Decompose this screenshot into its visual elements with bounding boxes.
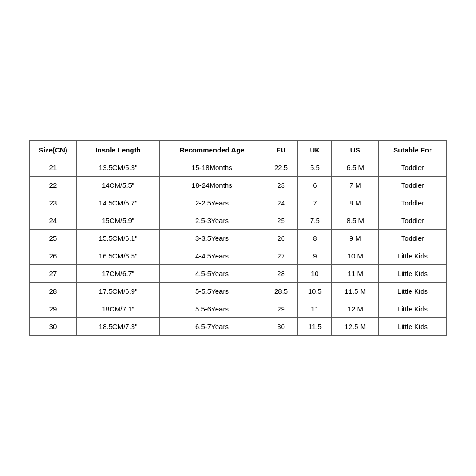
cell-uk: 5.5 [298,159,332,176]
cell-suitable-for: Toddler [379,229,447,247]
cell-us: 10 M [332,247,379,264]
cell-insole-length: 14.5CM/5.7" [76,194,159,212]
table-row: 2415CM/5.9"2.5-3Years257.58.5 MToddler [30,212,447,229]
cell-uk: 10.5 [298,282,332,300]
cell-insole-length: 16.5CM/6.5" [76,247,159,264]
cell-size-cn: 22 [30,176,77,194]
cell-uk: 11.5 [298,317,332,335]
header-recommended-age: Recommended Age [160,141,264,159]
cell-size-cn: 28 [30,282,77,300]
cell-recommended-age: 15-18Months [160,159,264,176]
cell-insole-length: 14CM/5.5" [76,176,159,194]
cell-us: 12 M [332,300,379,317]
cell-insole-length: 15.5CM/6.1" [76,229,159,247]
header-us: US [332,141,379,159]
cell-size-cn: 29 [30,300,77,317]
cell-insole-length: 18.5CM/7.3" [76,317,159,335]
cell-size-cn: 23 [30,194,77,212]
cell-us: 12.5 M [332,317,379,335]
cell-us: 7 M [332,176,379,194]
header-uk: UK [298,141,332,159]
header-eu: EU [264,141,298,159]
cell-eu: 28 [264,264,298,282]
table-row: 2717CM/6.7"4.5-5Years281011 MLittle Kids [30,264,447,282]
cell-insole-length: 18CM/7.1" [76,300,159,317]
table-row: 2515.5CM/6.1"3-3.5Years2689 MToddler [30,229,447,247]
cell-recommended-age: 4.5-5Years [160,264,264,282]
cell-recommended-age: 18-24Months [160,176,264,194]
cell-insole-length: 15CM/5.9" [76,212,159,229]
cell-uk: 10 [298,264,332,282]
cell-suitable-for: Toddler [379,176,447,194]
cell-size-cn: 26 [30,247,77,264]
cell-uk: 7 [298,194,332,212]
cell-size-cn: 25 [30,229,77,247]
cell-us: 8 M [332,194,379,212]
cell-insole-length: 17CM/6.7" [76,264,159,282]
cell-size-cn: 30 [30,317,77,335]
header-insole-length: Insole Length [76,141,159,159]
cell-uk: 11 [298,300,332,317]
table-row: 2918CM/7.1"5.5-6Years291112 MLittle Kids [30,300,447,317]
cell-suitable-for: Little Kids [379,317,447,335]
size-chart-table: Size(CN) Insole Length Recommended Age E… [29,141,447,336]
cell-eu: 25 [264,212,298,229]
table-row: 2817.5CM/6.9"5-5.5Years28.510.511.5 MLit… [30,282,447,300]
cell-recommended-age: 4-4.5Years [160,247,264,264]
cell-size-cn: 27 [30,264,77,282]
header-suitable-for: Sutable For [379,141,447,159]
table-row: 3018.5CM/7.3"6.5-7Years3011.512.5 MLittl… [30,317,447,335]
cell-insole-length: 13.5CM/5.3" [76,159,159,176]
cell-recommended-age: 5.5-6Years [160,300,264,317]
cell-eu: 26 [264,229,298,247]
cell-suitable-for: Toddler [379,159,447,176]
cell-uk: 8 [298,229,332,247]
cell-eu: 24 [264,194,298,212]
cell-suitable-for: Little Kids [379,282,447,300]
table-header-row: Size(CN) Insole Length Recommended Age E… [30,141,447,159]
cell-us: 6.5 M [332,159,379,176]
size-chart-container: Size(CN) Insole Length Recommended Age E… [29,140,447,336]
table-row: 2113.5CM/5.3"15-18Months22.55.56.5 MTodd… [30,159,447,176]
cell-insole-length: 17.5CM/6.9" [76,282,159,300]
cell-size-cn: 21 [30,159,77,176]
cell-eu: 27 [264,247,298,264]
cell-uk: 6 [298,176,332,194]
header-size-cn: Size(CN) [30,141,77,159]
cell-us: 11 M [332,264,379,282]
cell-size-cn: 24 [30,212,77,229]
cell-eu: 22.5 [264,159,298,176]
cell-eu: 23 [264,176,298,194]
cell-us: 9 M [332,229,379,247]
cell-suitable-for: Little Kids [379,247,447,264]
cell-eu: 28.5 [264,282,298,300]
cell-recommended-age: 5-5.5Years [160,282,264,300]
cell-recommended-age: 2-2.5Years [160,194,264,212]
cell-suitable-for: Toddler [379,212,447,229]
cell-eu: 30 [264,317,298,335]
table-row: 2616.5CM/6.5"4-4.5Years27910 MLittle Kid… [30,247,447,264]
table-row: 2314.5CM/5.7"2-2.5Years2478 MToddler [30,194,447,212]
cell-uk: 9 [298,247,332,264]
cell-recommended-age: 6.5-7Years [160,317,264,335]
cell-suitable-for: Little Kids [379,264,447,282]
cell-suitable-for: Toddler [379,194,447,212]
cell-eu: 29 [264,300,298,317]
cell-suitable-for: Little Kids [379,300,447,317]
cell-recommended-age: 3-3.5Years [160,229,264,247]
cell-us: 8.5 M [332,212,379,229]
cell-recommended-age: 2.5-3Years [160,212,264,229]
cell-uk: 7.5 [298,212,332,229]
cell-us: 11.5 M [332,282,379,300]
table-row: 2214CM/5.5"18-24Months2367 MToddler [30,176,447,194]
